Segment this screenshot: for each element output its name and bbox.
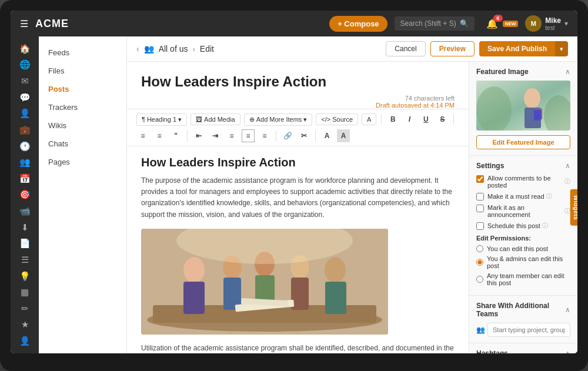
sidebar-item-user[interactable]: 👤 <box>14 106 35 122</box>
align-left-button[interactable]: ≡ <box>225 129 238 142</box>
toolbar-separator-1 <box>381 114 382 125</box>
admins-edit-radio[interactable] <box>476 259 483 266</box>
schedule-checkbox[interactable] <box>476 222 484 230</box>
font-button[interactable]: A <box>362 113 376 125</box>
team-edit-label: Any team member can edit this post <box>487 272 570 286</box>
sidebar-item-home[interactable]: 🏠 <box>14 41 35 56</box>
sidebar-item-trackers[interactable]: Trackers <box>39 98 126 116</box>
hamburger-icon[interactable]: ☰ <box>20 18 28 29</box>
sidebar-item-star[interactable]: ★ <box>14 317 35 333</box>
hashtags-collapse-icon[interactable]: ∧ <box>565 349 570 353</box>
new-badge: NEW <box>503 21 519 27</box>
sidebar-item-feeds[interactable]: Feeds <box>39 44 126 62</box>
sidebar-item-files[interactable]: Files <box>39 62 126 80</box>
sidebar-item-download[interactable]: ⬇ <box>14 220 35 235</box>
bold-button[interactable]: B <box>386 113 399 126</box>
sidebar-item-group[interactable]: 👥 <box>14 155 35 170</box>
share-collapse-icon[interactable]: ∧ <box>565 306 570 314</box>
user-menu[interactable]: M Mike test ▾ <box>525 15 568 32</box>
sidebar-item-target[interactable]: 🎯 <box>14 188 35 203</box>
notification-bell[interactable]: 🔔 6 <box>486 18 498 29</box>
sidebar-item-mail[interactable]: ✉ <box>14 73 35 89</box>
add-more-icon: ⊕ <box>249 116 255 123</box>
quote-button[interactable]: " <box>169 129 182 142</box>
search-bar[interactable]: Search (Shift + S) 🔍 <box>395 16 475 31</box>
sidebar-item-video[interactable]: 📹 <box>14 203 35 219</box>
save-publish-button[interactable]: Save And Publish <box>479 41 555 56</box>
must-read-checkbox[interactable] <box>476 193 484 200</box>
unlink-button[interactable]: ✂ <box>298 129 310 142</box>
sidebar-item-doc[interactable]: 📄 <box>14 236 35 252</box>
add-more-items-button[interactable]: ⊕ Add More Items ▾ <box>244 113 313 126</box>
permission-admins-edit: You & admins can edit this post <box>476 255 570 269</box>
sidebar-item-pages[interactable]: Pages <box>39 153 126 171</box>
font-color-button[interactable]: A <box>320 129 333 142</box>
announcement-checkbox[interactable] <box>476 205 484 212</box>
team-edit-radio[interactable] <box>476 276 483 283</box>
underline-button[interactable]: U <box>419 113 432 126</box>
allow-comments-checkbox[interactable] <box>476 175 484 183</box>
toolbar-separator-2 <box>453 114 454 125</box>
sidebar-item-briefcase[interactable]: 💼 <box>14 122 35 138</box>
share-input[interactable] <box>487 323 570 337</box>
heading-selector[interactable]: ¶ Heading 1 ▾ <box>136 113 187 126</box>
sidebar-item-wikis[interactable]: Wikis <box>39 116 126 135</box>
back-button[interactable]: ‹ <box>136 44 139 54</box>
featured-image-section: Featured Image ∧ <box>469 62 577 156</box>
sidebar-item-globe[interactable]: 🌐 <box>14 58 35 73</box>
search-icon: 🔍 <box>460 19 469 28</box>
editor-main: How Leaders Inspire Action 74 characters… <box>127 62 469 353</box>
source-button[interactable]: </> Source <box>316 113 358 125</box>
sidebar-item-bulb[interactable]: 💡 <box>14 269 35 284</box>
notification-count: 6 <box>493 15 503 22</box>
announcement-info-icon[interactable]: ⓘ <box>564 207 570 215</box>
setting-must-read: Make it a must read ⓘ <box>476 192 570 200</box>
user-dropdown-icon: ▾ <box>564 19 568 28</box>
sidebar-item-posts[interactable]: Posts <box>39 80 126 98</box>
setting-schedule: Schedule this post ⓘ <box>476 222 570 230</box>
must-read-info-icon[interactable]: ⓘ <box>546 192 552 200</box>
permission-you-edit: You can edit this post <box>476 245 570 252</box>
indent-left-button[interactable]: ⇤ <box>192 129 205 142</box>
highlight-button[interactable]: A <box>337 129 350 142</box>
media-icon: 🖼 <box>196 116 202 123</box>
share-teams-section: Share With Additional Teams ∧ 👥 <box>469 296 577 343</box>
add-media-button[interactable]: 🖼 Add Media <box>191 113 240 125</box>
cancel-button[interactable]: Cancel <box>386 41 425 56</box>
featured-image-collapse-icon[interactable]: ∧ <box>565 68 570 76</box>
featured-image-preview <box>476 81 570 131</box>
unordered-list-button[interactable]: ≡ <box>136 129 149 142</box>
settings-collapse-icon[interactable]: ∧ <box>565 162 570 170</box>
save-dropdown-button[interactable]: ▾ <box>555 41 568 56</box>
editor-content[interactable]: How Leaders Inspire Action The purpose o… <box>127 146 469 353</box>
breadcrumb-bar: ‹ 👥 All of us › Edit Cancel Preview Save… <box>127 36 577 62</box>
sidebar-item-grid[interactable]: ▦ <box>14 285 35 300</box>
edit-featured-image-button[interactable]: Edit Featured Image <box>476 135 570 149</box>
post-title[interactable]: How Leaders Inspire Action <box>141 73 455 90</box>
indent-right-button[interactable]: ⇥ <box>209 129 222 142</box>
schedule-info-icon[interactable]: ⓘ <box>542 222 548 230</box>
sidebar-item-profile[interactable]: 👤 <box>14 333 35 349</box>
ordered-list-button[interactable]: ≡ <box>153 129 166 142</box>
sidebar-item-clock[interactable]: 🕐 <box>14 139 35 154</box>
you-edit-radio[interactable] <box>476 245 483 252</box>
user-name: Mike <box>545 16 561 25</box>
link-button[interactable]: 🔗 <box>281 129 294 142</box>
breadcrumb-allofus: All of us <box>159 44 188 54</box>
sidebar-item-chats[interactable]: Chats <box>39 135 126 153</box>
preview-button[interactable]: Preview <box>430 41 475 56</box>
edit-permissions-title: Edit Permissions: <box>476 235 570 242</box>
notifications-area: 🔔 6 NEW <box>486 18 519 29</box>
compose-button[interactable]: + Compose <box>329 16 387 32</box>
align-center-button[interactable]: ≡ <box>242 129 255 142</box>
align-right-button[interactable]: ≡ <box>258 129 271 142</box>
italic-button[interactable]: I <box>403 113 416 126</box>
sidebar-item-list[interactable]: ☰ <box>14 252 35 268</box>
sidebar-item-chat[interactable]: 💬 <box>14 90 35 105</box>
sidebar-item-edit[interactable]: ✏ <box>14 301 35 316</box>
heading-dropdown-icon: ▾ <box>178 116 182 123</box>
allow-comments-info-icon[interactable]: ⓘ <box>564 178 570 186</box>
sidebar-item-calendar[interactable]: 📅 <box>14 171 35 186</box>
strikethrough-button[interactable]: S <box>436 113 449 126</box>
widgets-tab[interactable]: Widgets <box>570 189 577 226</box>
